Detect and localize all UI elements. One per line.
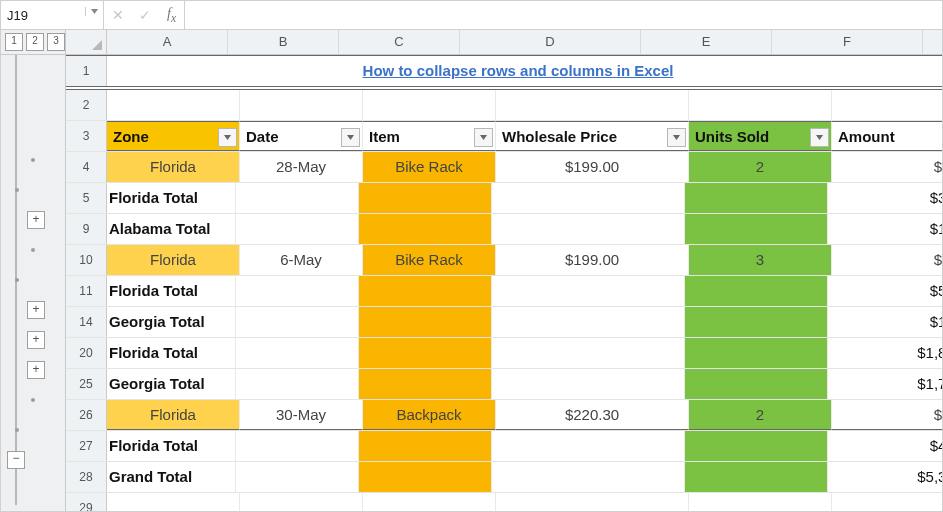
outline-collapse-button[interactable]: − (7, 451, 25, 469)
col-header-D[interactable]: D (460, 30, 641, 54)
cell-date[interactable]: 6-May (240, 245, 363, 275)
page-title: How to collapse rows and columns in Exce… (107, 56, 929, 86)
hdr-zone[interactable]: Zone (107, 121, 240, 151)
hdr-units[interactable]: Units Sold (689, 121, 832, 151)
cell-zone-total[interactable]: Florida Total (107, 276, 236, 306)
cell-amount[interactable]: $178.47 (828, 214, 943, 244)
cell-amount[interactable]: $5,363.64 (828, 462, 943, 492)
cell-zone[interactable]: Florida (107, 400, 240, 430)
row-11: 11Florida Total$597.00 (66, 276, 943, 307)
outline-expand-button[interactable]: + (27, 361, 45, 379)
row-header[interactable]: 10 (66, 245, 107, 275)
grid-body[interactable]: 1How to collapse rows and columns in Exc… (66, 55, 943, 512)
cell-date[interactable]: 28-May (240, 152, 363, 182)
row-27: 27Florida Total$440.60 (66, 431, 943, 462)
col-header-B[interactable]: B (228, 30, 339, 54)
row-9: 9Alabama Total$178.47 (66, 214, 943, 245)
cell-zone-total[interactable]: Florida Total (107, 338, 236, 368)
cell-amount[interactable]: $398.00 (828, 183, 943, 213)
outline-levels: 1 2 3 (1, 30, 65, 55)
cell-amount[interactable]: $597.00 (828, 276, 943, 306)
select-all-triangle[interactable] (66, 30, 107, 54)
row-header[interactable]: 4 (66, 152, 107, 182)
cell-price[interactable]: $199.00 (496, 245, 689, 275)
col-header-F[interactable]: F (772, 30, 923, 54)
cell-zone-total[interactable]: Georgia Total (107, 307, 236, 337)
cell-units[interactable]: 3 (689, 245, 832, 275)
row-header[interactable]: 11 (66, 276, 107, 306)
cell-price[interactable]: $220.30 (496, 400, 689, 430)
cell-zone[interactable]: Florida (107, 245, 240, 275)
name-box-value: J19 (7, 8, 28, 23)
outline-level-2[interactable]: 2 (26, 33, 44, 51)
cell-price[interactable]: $199.00 (496, 152, 689, 182)
row-3: 3ZoneDateItemWholesale PriceUnits SoldAm… (66, 121, 943, 152)
cell-zone-total[interactable]: Florida Total (107, 183, 236, 213)
enter-icon: ✓ (139, 7, 151, 23)
cell-date[interactable]: 30-May (240, 400, 363, 430)
outline-strip: 1 2 3 ++++− (1, 30, 66, 512)
cell-zone-total[interactable]: Alabama Total (107, 214, 236, 244)
row-header[interactable]: 25 (66, 369, 107, 399)
cell-zone[interactable]: Florida (107, 152, 240, 182)
row-header[interactable]: 28 (66, 462, 107, 492)
row-header[interactable]: 3 (66, 121, 107, 151)
outline-level-1[interactable]: 1 (5, 33, 23, 51)
fx-icon[interactable]: fx (167, 6, 176, 25)
name-box[interactable]: J19 (1, 1, 104, 29)
column-headers: A B C D E F (66, 30, 943, 55)
cell-amount[interactable]: $398.00 (832, 152, 943, 182)
name-box-dropdown-icon[interactable] (85, 7, 99, 16)
row-4: 4Florida28-MayBike Rack$199.002$398.00 (66, 152, 943, 183)
outline-expand-button[interactable]: + (27, 331, 45, 349)
row-header[interactable]: 9 (66, 214, 107, 244)
row-header[interactable]: 27 (66, 431, 107, 461)
cell-zone-total[interactable]: Georgia Total (107, 369, 236, 399)
cell-item[interactable]: Bike Rack (363, 245, 496, 275)
filter-dropdown-icon[interactable] (474, 128, 493, 147)
cell-amount[interactable]: $440.60 (828, 431, 943, 461)
row-2: 2 (66, 90, 943, 121)
row-header[interactable]: 29 (66, 493, 107, 512)
cell-zone-total[interactable]: Florida Total (107, 431, 236, 461)
row-header[interactable]: 20 (66, 338, 107, 368)
cell-item[interactable]: Backpack (363, 400, 496, 430)
formula-bar: J19 ✕ ✓ fx (1, 1, 942, 30)
formula-bar-tools: ✕ ✓ fx (104, 1, 185, 29)
row-header[interactable]: 14 (66, 307, 107, 337)
col-header-E[interactable]: E (641, 30, 772, 54)
outline-expand-button[interactable]: + (27, 301, 45, 319)
outline-level-3[interactable]: 3 (47, 33, 65, 51)
cell-amount[interactable]: $1,744.02 (828, 369, 943, 399)
filter-dropdown-icon[interactable] (218, 128, 237, 147)
outline-dot (31, 158, 35, 162)
filter-dropdown-icon[interactable] (810, 128, 829, 147)
row-25: 25Georgia Total$1,744.02 (66, 369, 943, 400)
cell-item[interactable]: Bike Rack (363, 152, 496, 182)
outline-expand-button[interactable]: + (27, 211, 45, 229)
hdr-amount[interactable]: Amount (832, 121, 943, 151)
hdr-item[interactable]: Item (363, 121, 496, 151)
cell-zone-total[interactable]: Grand Total (107, 462, 236, 492)
row-header[interactable]: 1 (66, 56, 107, 86)
row-header[interactable]: 2 (66, 90, 107, 120)
cell-units[interactable]: 2 (689, 400, 832, 430)
col-header-C[interactable]: C (339, 30, 460, 54)
row-26: 26Florida30-MayBackpack$220.302$440.60 (66, 400, 943, 431)
hdr-price[interactable]: Wholesale Price (496, 121, 689, 151)
cell-amount[interactable]: $1,808.01 (828, 338, 943, 368)
outline-dot (31, 398, 35, 402)
cell-amount[interactable]: $440.60 (832, 400, 943, 430)
filter-dropdown-icon[interactable] (667, 128, 686, 147)
cell-units[interactable]: 2 (689, 152, 832, 182)
hdr-date[interactable]: Date (240, 121, 363, 151)
cell-amount[interactable]: $197.54 (828, 307, 943, 337)
row-20: 20Florida Total$1,808.01 (66, 338, 943, 369)
col-header-A[interactable]: A (107, 30, 228, 54)
row-header[interactable]: 5 (66, 183, 107, 213)
filter-dropdown-icon[interactable] (341, 128, 360, 147)
cell-amount[interactable]: $597.00 (832, 245, 943, 275)
outline-dot (15, 278, 19, 282)
formula-input[interactable] (185, 1, 942, 29)
row-header[interactable]: 26 (66, 400, 107, 430)
